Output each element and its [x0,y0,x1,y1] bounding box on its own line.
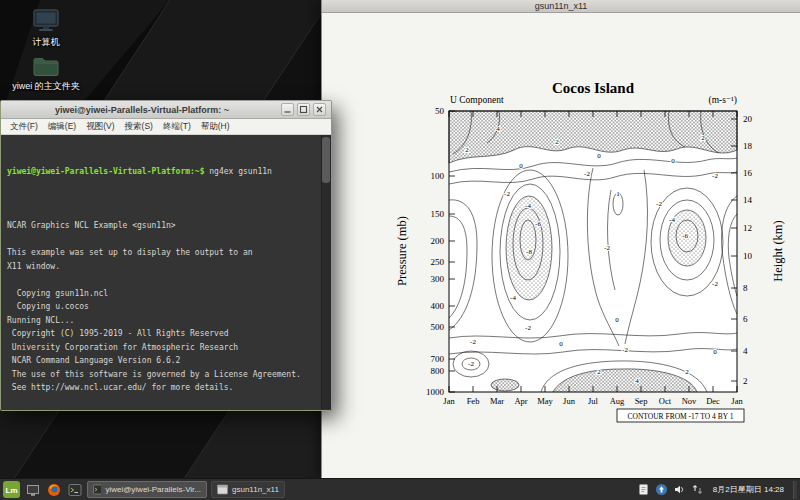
plot-units-label: (m-s⁻¹) [709,95,737,106]
desktop-icon-label: 计算机 [33,37,60,47]
terminal-output-line [7,206,317,220]
pressure-tick-label: 300 [431,274,445,284]
terminal-menu-item-5[interactable]: 帮助(H) [196,121,235,133]
contour-label: 2 [685,368,689,376]
contour-label: -6 [535,220,541,228]
terminal-menu-item-3[interactable]: 搜索(S) [120,121,158,133]
contour-label: -2 [468,360,474,368]
firefox-launcher[interactable] [45,481,62,498]
contour-label: 2 [465,146,469,154]
month-tick-label: Jun [563,396,576,406]
system-tray: 8月2日星期日 14:28 [637,481,797,499]
taskbar-clock[interactable]: 8月2日星期日 14:28 [709,484,788,495]
taskbar-window-label: gsun11n_x11 [232,485,279,494]
contour-label: -2 [470,338,476,346]
contour-label: 1 [616,190,620,198]
x11-window-titlebar[interactable]: gsun11n_x11 [322,0,800,13]
pressure-tick-label: 100 [431,171,445,181]
taskbar-window-x11[interactable]: gsun11n_x11 [211,481,285,498]
contour-label: -4 [669,216,675,224]
terminal-menu-item-2[interactable]: 视图(V) [81,121,119,133]
x11-window-content: 5010015020025030040050070080010002018161… [322,13,800,478]
x11-window: gsun11n_x11 [321,0,800,478]
maximize-button[interactable] [297,103,310,116]
contour-label: -4 [510,294,516,302]
svg-text:Lm: Lm [6,486,18,495]
pressure-tick-label: 150 [431,209,445,219]
contour-label: 0 [519,162,523,170]
contour-label: -2 [712,280,718,288]
desktop-icon-home-folder[interactable]: yiwei 的主文件夹 [8,54,84,93]
terminal-output-line: Copyright (C) 1995-2019 - All Rights Res… [7,327,317,341]
month-tick-label: Apr [514,396,527,406]
terminal-titlebar[interactable]: yiwei@yiwei-Parallels-Virtual-Platform: … [1,101,331,119]
contour-label: 0 [671,157,675,165]
month-tick-label: Jul [588,396,599,406]
height-tick-label: 14 [743,195,753,205]
network-icon[interactable] [691,483,704,496]
contour-label: -2 [504,190,510,198]
scrollbar-thumb[interactable] [322,137,330,183]
show-desktop-corner[interactable] [793,481,797,499]
firefox-icon [47,483,61,497]
taskbar-window-terminal[interactable]: yiwei@yiwei-Parallels-Vir... [87,481,207,498]
height-tick-label: 4 [743,346,748,356]
desktop-icon-label: yiwei 的主文件夹 [12,81,80,91]
updates-icon[interactable] [655,483,668,496]
month-tick-label: Jan [731,396,743,406]
terminal-menu-item-1[interactable]: 编辑(E) [43,121,81,133]
terminal-menu-item-4[interactable]: 终端(T) [158,121,196,133]
pressure-tick-label: 1000 [426,387,445,397]
terminal-menubar: 文件(F)编辑(E)视图(V)搜索(S)终端(T)帮助(H) [1,119,331,135]
computer-icon [31,8,61,34]
contour-label: 0 [713,348,717,356]
terminal-window: yiwei@yiwei-Parallels-Virtual-Platform: … [0,100,332,411]
pressure-tick-label: 200 [431,236,445,246]
height-tick-label: 16 [743,168,753,178]
contour-label: 0 [559,340,563,348]
desktop-icon-computer[interactable]: 计算机 [8,8,84,49]
terminal-menu-item-0[interactable]: 文件(F) [5,121,43,133]
mint-menu-button[interactable]: Lm [3,481,20,498]
contour-label: -8 [526,248,532,256]
plot-left-subtitle: U Component [450,95,504,105]
folder-icon [31,54,61,78]
contour-label: -2 [656,200,662,208]
contour-label: -2 [525,324,531,332]
terminal-output-line: This example was set up to display the o… [7,246,317,260]
terminal-output-line: Copying gsun11n.ncl [7,287,317,301]
height-axis-label: Height (km) [771,220,785,281]
contour-label: 2 [555,138,559,146]
terminal-launcher[interactable] [66,481,83,498]
contour-info-text: CONTOUR FROM -17 TO 4 BY 1 [628,412,734,421]
terminal-output-line: X11 window. [7,260,317,274]
minimize-button[interactable] [281,103,294,116]
pressure-tick-label: 250 [431,257,445,267]
contour-label: -2 [712,172,718,180]
height-tick-label: 2 [743,376,748,386]
contour-label: 2 [597,368,601,376]
contour-label: -4 [525,202,531,210]
height-tick-label: 8 [743,283,748,293]
pressure-axis-label: Pressure (mb) [395,216,409,286]
month-tick-label: Oct [659,396,672,406]
volume-icon[interactable] [673,483,686,496]
close-button[interactable] [313,103,326,116]
terminal-output-line: Running NCL... [7,314,317,328]
contour-label: 0 [615,316,619,324]
contour-label: -2 [584,170,590,178]
height-tick-label: 6 [743,314,748,324]
plot-title: Cocos Island [552,80,635,96]
terminal-output-line [7,233,317,247]
pressure-tick-label: 800 [431,366,445,376]
pressure-tick-label: 50 [435,106,445,116]
show-desktop-button[interactable] [24,481,41,498]
terminal-output-line: Copying u.cocos [7,300,317,314]
contour-label: 4 [635,377,639,385]
clipboard-icon[interactable] [637,483,650,496]
contour-label: 0 [597,152,601,160]
terminal-scrollbar[interactable] [321,135,331,409]
terminal-body[interactable]: yiwei@yiwei-Parallels-Virtual-Platform:~… [1,135,331,409]
terminal-output-line: University Corporation for Atmospheric R… [7,341,317,355]
month-tick-label: Nov [682,396,697,406]
